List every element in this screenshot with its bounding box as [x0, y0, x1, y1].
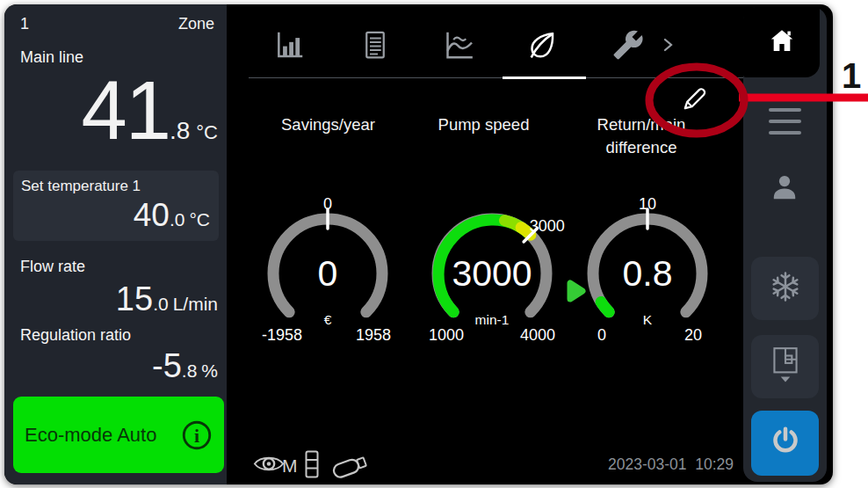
- set-temperature-value: 40.0°C: [134, 199, 210, 231]
- gauge-unit: K: [643, 312, 653, 327]
- usb-icon: [328, 449, 375, 484]
- reg-dec: .8: [182, 361, 198, 381]
- zone-label: Zone: [178, 15, 214, 33]
- gauge-value: 0.8: [623, 253, 673, 294]
- gauge-value: 0: [318, 253, 338, 294]
- gauge-title-return-main: Return/main difference: [575, 113, 707, 159]
- gauge-min-label: 0: [597, 326, 606, 344]
- gauge-svg: 100200.8K: [560, 186, 735, 361]
- gauge-title-pump-speed: Pump speed: [411, 113, 556, 136]
- gauge-svg: 3000100040003000min-1: [404, 186, 580, 361]
- eco-mode-button[interactable]: Eco-mode Auto i: [13, 397, 224, 473]
- gauge-min-label: -1958: [262, 326, 302, 344]
- hamburger-icon: [769, 108, 801, 112]
- sidebar-item-cooling[interactable]: [751, 257, 819, 320]
- device-screen: 1 Zone Main line 41.8°C Set temperature …: [4, 4, 833, 484]
- gauge-value: 3000: [452, 253, 532, 294]
- leaf-icon: [525, 27, 561, 66]
- zones-icon: [770, 346, 801, 388]
- sidebar-item-user[interactable]: [770, 172, 799, 206]
- main-line-value: 41.8°C: [81, 69, 218, 152]
- info-icon[interactable]: i: [180, 419, 213, 452]
- snowflake-icon: [769, 270, 802, 307]
- zone-number: 1: [20, 15, 29, 33]
- sidebar-item-menu[interactable]: [769, 108, 801, 135]
- reg-unit: %: [201, 361, 218, 381]
- tab-settings[interactable]: [609, 27, 647, 66]
- sidebar-item-home[interactable]: [743, 7, 820, 77]
- gauge-max-label: 20: [684, 326, 702, 344]
- gauge-pointer-icon: [570, 283, 582, 299]
- flow-rate-value: 15.0L/min: [116, 282, 218, 316]
- gauge-max-label: 4000: [520, 326, 555, 344]
- set-temperature-card[interactable]: Set temperature 1 40.0°C: [13, 171, 219, 241]
- annotation-number: 1: [835, 56, 868, 96]
- home-icon: [766, 26, 798, 58]
- flow-rate-label: Flow rate: [20, 258, 85, 276]
- flow-int: 15: [116, 280, 153, 317]
- eco-mode-label: Eco-mode Auto: [25, 424, 180, 447]
- chevron-right-icon: [662, 36, 675, 57]
- gauge-min-label: 1000: [429, 326, 464, 344]
- eye-monitor-icon: [253, 452, 285, 479]
- gauge-arc: [601, 302, 609, 311]
- set-temp-unit: °C: [189, 209, 210, 229]
- person-icon: [770, 190, 799, 205]
- power-icon: [768, 424, 803, 463]
- gauge-title-savings: Savings/year: [256, 113, 401, 136]
- monitoring-mode-letter: M: [282, 455, 298, 477]
- set-temp-int: 40: [134, 197, 170, 233]
- tab-eco[interactable]: [524, 27, 562, 66]
- sidebar-nav: [743, 7, 827, 482]
- report-icon: [359, 29, 391, 64]
- flow-dec: .0: [153, 294, 169, 314]
- gauge-tick-label: 0: [323, 195, 332, 213]
- zone-status-panel: 1 Zone Main line 41.8°C Set temperature …: [4, 4, 227, 484]
- gauge-tick-label: 10: [639, 195, 656, 213]
- regulation-ratio-value: -5.8%: [152, 349, 218, 382]
- sidebar-item-power[interactable]: [751, 411, 819, 476]
- sidebar-item-zones[interactable]: [751, 335, 819, 398]
- reg-int: -5: [152, 347, 182, 384]
- tab-separator: [249, 77, 745, 78]
- trend-chart-icon: [441, 27, 476, 66]
- main-line-dec: .8: [170, 117, 190, 144]
- gauge-max-label: 1958: [356, 326, 391, 344]
- bar-chart-icon: [273, 28, 307, 65]
- module-icon: [303, 449, 322, 484]
- savings-gauge: 0-195819580€: [240, 186, 416, 361]
- return-difference-gauge: 100200.8K: [560, 186, 735, 361]
- wrench-icon: [612, 29, 644, 64]
- tab-trends[interactable]: [439, 27, 478, 66]
- gauge-unit: €: [324, 312, 332, 327]
- tab-more[interactable]: [658, 27, 679, 66]
- tab-statistics[interactable]: [271, 27, 309, 66]
- set-temperature-label: Set temperature 1: [21, 178, 141, 195]
- tab-active-indicator: [503, 76, 586, 79]
- datetime-display: 2023-03-01 10:29: [532, 455, 734, 474]
- set-temp-dec: .0: [170, 209, 185, 229]
- pump-speed-gauge: 3000100040003000min-1: [404, 186, 580, 361]
- regulation-ratio-label: Regulation ratio: [20, 326, 131, 345]
- svg-text:i: i: [194, 425, 199, 446]
- zone-header: 1 Zone: [20, 15, 214, 33]
- main-line-int: 41: [81, 64, 170, 157]
- main-line-label: Main line: [20, 48, 83, 67]
- gauge-unit: min-1: [475, 312, 510, 327]
- tab-report[interactable]: [356, 27, 394, 66]
- flow-unit: L/min: [173, 294, 218, 314]
- main-line-unit: °C: [196, 121, 218, 143]
- gauge-svg: 0-195819580€: [240, 186, 416, 361]
